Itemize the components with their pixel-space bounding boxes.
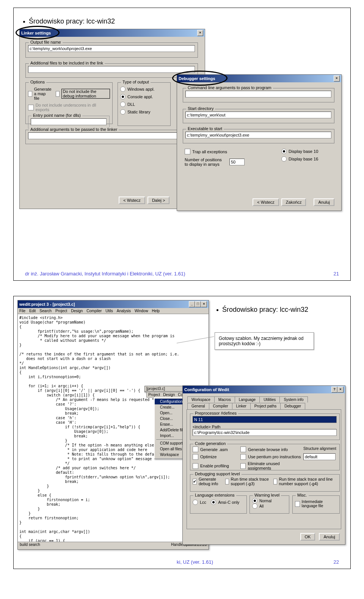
footer-right: 21 [334, 271, 339, 277]
option-mapfile[interactable]: Generate a map file Do not include the d… [28, 87, 110, 101]
menu-search[interactable]: Search [39, 309, 52, 313]
finish-button[interactable]: Zakończ [281, 198, 306, 206]
menu-window[interactable]: Window [135, 309, 148, 313]
slide-heading: Środowisko pracy: lcc-win32 [217, 306, 308, 314]
legend-linkargs: Additional arguments to be passed to the… [29, 127, 119, 132]
tab-general[interactable]: General [187, 403, 209, 409]
group-additional-files: Additional files to be included in the l… [25, 63, 198, 78]
close-icon[interactable]: × [337, 387, 344, 393]
group-misc: Misc. Intermediate language file [292, 495, 340, 514]
radio-base16[interactable]: Display base 16 [281, 156, 318, 162]
close-icon[interactable]: × [334, 75, 340, 82]
legend-exe: Executable to start [186, 126, 224, 131]
struct-alignment-select[interactable] [303, 453, 336, 460]
slide-heading: Środowisko pracy: lcc-win32 [23, 17, 341, 25]
close-icon[interactable]: × [201, 301, 207, 307]
submenu-item[interactable]: Design [163, 393, 175, 397]
legend-warn: Warning level [253, 493, 281, 497]
chk-pentium[interactable]: Use pentium pro instructions [240, 453, 301, 460]
help-icon[interactable]: ? [331, 387, 337, 393]
menu-help[interactable]: Help [152, 309, 160, 313]
footer-left: dr inż. Jarosław Gramacki, Instytut Info… [25, 271, 185, 277]
chk-gen-debug[interactable]: ✔Generate debug info [193, 477, 221, 486]
linker-args-input[interactable] [28, 132, 195, 139]
radio-normal[interactable]: Normal [252, 498, 287, 503]
menu-design[interactable]: Design [71, 309, 83, 313]
tab-workspace[interactable]: Workspace [187, 396, 215, 402]
tab-macros[interactable]: Macros [214, 396, 235, 402]
back-button[interactable]: < Wstecz [119, 197, 145, 204]
radio-dll[interactable]: DLL [120, 102, 168, 107]
tab-row-2[interactable]: GeneralCompilerLinkerProject pathsDebugg… [187, 403, 305, 409]
titlebar-text: wedit:project 3 - [project3.c] [19, 302, 75, 307]
tab-compiler[interactable]: Compiler [209, 403, 232, 409]
maximize-icon[interactable]: □ [195, 301, 201, 307]
ok-button[interactable]: OK [300, 533, 315, 541]
annotation-circle-linker [16, 26, 60, 39]
callout-text: Gotowy szablon. My zaczniemy jednak od p… [219, 336, 303, 346]
back-button[interactable]: < Wstecz [253, 198, 279, 206]
group-output-type: Type of output Windows appl. Console app… [118, 82, 171, 126]
tab-system-info[interactable]: System info [279, 396, 308, 402]
close-icon[interactable]: × [197, 30, 203, 36]
menu-analysis[interactable]: Analysis [117, 309, 131, 313]
chk-profile[interactable]: Enable profiling [193, 461, 238, 470]
group-lang-ext: Language extensions Lcc Ansi-C only [190, 495, 247, 514]
executable-input[interactable] [185, 132, 331, 138]
trap-exceptions-checkbox[interactable]: Trap all exceptions [185, 149, 245, 154]
submenu-item[interactable]: Project [148, 393, 160, 397]
group-options: Options Generate a map file Do not inclu… [25, 82, 113, 124]
entry-point-input[interactable] [31, 118, 107, 125]
legend-type: Type of output [121, 80, 151, 84]
tab-project-paths[interactable]: Project paths [250, 403, 281, 409]
output-file-input[interactable] [28, 45, 195, 52]
menu-file[interactable]: File [19, 309, 25, 313]
menu-edit[interactable]: Edit [29, 309, 36, 313]
minimize-icon[interactable]: _ [189, 301, 195, 307]
status-left: build search [20, 542, 40, 547]
defines-input[interactable] [193, 416, 337, 423]
menu-compiler[interactable]: Compiler [86, 309, 102, 313]
radio-all[interactable]: All [252, 503, 287, 509]
tab-linker[interactable]: Linker [232, 403, 251, 409]
cmd-args-input[interactable] [185, 91, 331, 97]
chk-asm[interactable]: Generate .asm [193, 446, 238, 452]
menu-project[interactable]: Project [55, 309, 67, 313]
menu-utils[interactable]: Utils [105, 309, 113, 313]
chk-il[interactable]: Intermediate language file [295, 500, 337, 508]
radio-console[interactable]: Console appl. [120, 94, 168, 99]
radio-ansi[interactable]: Ansi-C only [211, 500, 239, 505]
bullet-dot [23, 21, 25, 23]
cancel-button[interactable]: Anuluj [319, 533, 340, 541]
include-path-input[interactable] [193, 429, 337, 436]
slide-footer: ki, UZ (ver. 1.61) 22 [25, 559, 339, 565]
group-linker-args: Additional arguments to be passed to the… [25, 130, 198, 144]
radio-windows[interactable]: Windows appl. [120, 86, 168, 92]
tab-utilities[interactable]: Utilities [259, 396, 280, 402]
chk-g3[interactable]: Run time stack trace support (-g3) [225, 477, 270, 486]
radio-static[interactable]: Static library [120, 109, 168, 115]
group-warning: Warning level Normal All [249, 495, 289, 514]
array-positions-input[interactable] [229, 159, 245, 165]
chk-g4[interactable]: Run time stack trace and line number sup… [273, 477, 337, 486]
start-dir-input[interactable] [185, 112, 331, 118]
chk-optimize[interactable]: Optimize [193, 453, 238, 460]
legend-lang: Language extensions [193, 493, 236, 497]
radio-base10[interactable]: Display base 10 [281, 149, 318, 154]
bullet-text: Środowisko pracy: lcc-win32 [222, 306, 308, 314]
group-entry-point: Entry point name (for dlls) [28, 116, 110, 129]
bullet-dot [217, 309, 218, 311]
chk-elim[interactable]: Eliminate unused assignments [240, 461, 301, 470]
tab-language[interactable]: Language [235, 396, 260, 402]
additional-files-input[interactable] [28, 66, 195, 73]
cancel-button[interactable]: Anuluj [314, 198, 334, 206]
next-button[interactable]: Dalej > [147, 197, 170, 204]
radio-lcc[interactable]: Lcc [193, 500, 206, 505]
tab-debugger[interactable]: Debugger [280, 403, 305, 409]
footer-right: 22 [334, 559, 339, 565]
chk-browse[interactable]: Generate browse info [240, 446, 301, 452]
annotation-circle-debugger [172, 71, 228, 86]
tab-row-1[interactable]: WorkspaceMacrosLanguageUtilitiesSystem i… [187, 396, 308, 402]
footer-left: ki, UZ (ver. 1.61) [177, 559, 213, 565]
menubar[interactable]: FileEditSearchProjectDesignCompilerUtils… [18, 308, 209, 314]
